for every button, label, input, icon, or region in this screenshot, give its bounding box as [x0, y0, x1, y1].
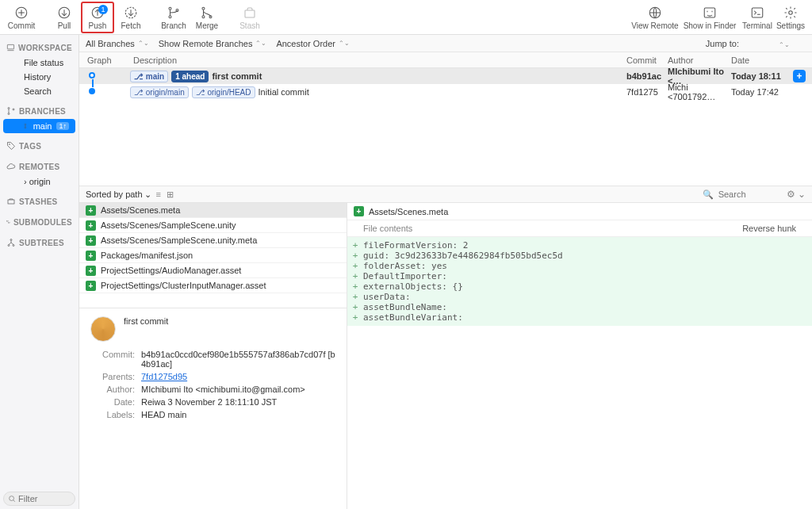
file-search-input[interactable]: [718, 189, 782, 199]
tag-icon: [6, 141, 16, 151]
commit-list: ⎇ main1 ahead first commitb4b91acMIchibu…: [79, 68, 812, 186]
push-button[interactable]: 1 Push: [81, 2, 114, 33]
added-icon: +: [86, 235, 96, 246]
jump-to-label: Jump to:⌃⌄: [706, 39, 790, 48]
commit-icon: [13, 5, 29, 21]
ref-tag[interactable]: ⎇ origin/main: [130, 86, 189, 98]
sidebar-filter-input[interactable]: [3, 492, 75, 506]
sidebar-remote-item[interactable]: › origin: [0, 174, 79, 189]
ref-tag[interactable]: ⎇ main: [130, 71, 168, 82]
settings-button[interactable]: Settings: [774, 2, 807, 33]
globe-icon: [647, 5, 663, 21]
added-icon: +: [86, 281, 96, 291]
file-item[interactable]: +Assets/Scenes/SampleScene.unity.meta: [79, 233, 347, 248]
svg-point-9: [169, 7, 171, 10]
file-item[interactable]: +ProjectSettings/ClusterInputManager.ass…: [79, 278, 347, 293]
fetch-icon: [123, 5, 139, 21]
svg-rect-15: [245, 10, 255, 17]
added-icon: +: [86, 266, 96, 276]
file-gear-icon[interactable]: ⚙︎ ⌄: [787, 189, 806, 200]
branch-icon: [24, 122, 30, 130]
merge-icon: [199, 5, 215, 21]
branch-filter-select[interactable]: All Branches⌃⌄: [86, 39, 149, 48]
push-badge: 1: [98, 5, 108, 14]
merge-button[interactable]: Merge: [190, 2, 224, 33]
commit-message: first commit: [124, 316, 168, 342]
added-icon: +: [86, 251, 96, 261]
pull-icon: [56, 5, 72, 21]
svg-point-32: [10, 239, 12, 241]
search-icon: 🔍: [703, 189, 714, 200]
file-item[interactable]: +ProjectSettings/AudioManager.asset: [79, 263, 347, 278]
file-item[interactable]: +Assets/Scenes/SampleScene.unity: [79, 218, 347, 233]
svg-rect-21: [7, 44, 13, 48]
col-graph[interactable]: Graph: [79, 55, 130, 65]
branch-icon: [166, 5, 182, 21]
sidebar-item[interactable]: Search: [0, 84, 79, 98]
sidebar-item[interactable]: History: [0, 70, 79, 84]
branch-icon: [6, 106, 16, 116]
stash-button[interactable]: Stash: [233, 2, 266, 33]
detail-parent-link[interactable]: 7fd1275d95: [141, 372, 187, 381]
col-desc[interactable]: Description: [130, 55, 626, 65]
sidebar-item[interactable]: File status: [0, 55, 79, 70]
expand-button[interactable]: +: [793, 70, 806, 82]
detail-labels: HEAD main: [141, 410, 335, 419]
fetch-button[interactable]: Fetch: [114, 2, 147, 33]
show-finder-button[interactable]: Show in Finder: [679, 2, 741, 33]
submodule-icon: [6, 217, 10, 227]
remote-filter-select[interactable]: Show Remote Branches⌃⌄: [159, 39, 267, 48]
diff-subhead-label: File contents: [363, 224, 412, 233]
sort-label[interactable]: Sorted by path: [86, 189, 143, 199]
svg-rect-29: [8, 200, 14, 204]
sidebar-workspace-head[interactable]: WORKSPACE: [0, 40, 79, 55]
detail-commit-hash: b4b91ac0ccd0cef980e1b555757af386ab7cd07f…: [141, 350, 335, 369]
sidebar-branch-main[interactable]: main 1↑: [3, 119, 75, 133]
branch-button[interactable]: Branch: [157, 2, 190, 33]
svg-rect-30: [7, 220, 9, 222]
sidebar: WORKSPACE File statusHistorySearch BRANC…: [0, 35, 79, 509]
svg-point-34: [13, 245, 14, 247]
col-date[interactable]: Date: [731, 55, 793, 65]
sidebar-remotes-head[interactable]: REMOTES: [0, 159, 79, 174]
svg-rect-31: [9, 222, 10, 224]
commit-row[interactable]: ⎇ main1 ahead first commitb4b91acMIchibu…: [79, 68, 812, 84]
svg-point-28: [10, 144, 10, 145]
col-commit[interactable]: Commit: [626, 55, 668, 65]
view-mode-icons[interactable]: ≡ ⊞: [156, 189, 175, 200]
toolbar: Commit Pull 1 Push Fetch Branch Merge St…: [0, 0, 812, 35]
svg-point-23: [8, 108, 10, 109]
ref-tag[interactable]: ⎇ origin/HEAD: [192, 86, 255, 98]
order-select[interactable]: Ancestor Order⌃⌄: [276, 39, 350, 48]
subtree-icon: [6, 238, 16, 247]
svg-point-24: [8, 113, 10, 115]
sidebar-subtrees-head[interactable]: SUBTREES: [0, 235, 79, 251]
diff-pane: + Assets/Scenes.meta File contents Rever…: [347, 203, 812, 509]
commit-details: first commit Commit:b4b91ac0ccd0cef980e1…: [79, 308, 347, 509]
stash-icon: [6, 197, 16, 206]
terminal-icon: [749, 5, 765, 21]
added-icon: +: [86, 205, 96, 216]
sidebar-tags-head[interactable]: TAGS: [0, 138, 79, 154]
file-item[interactable]: +Packages/manifest.json: [79, 248, 347, 263]
sort-bar: Sorted by path ⌄ ≡ ⊞ 🔍 ⚙︎ ⌄: [79, 186, 812, 203]
commit-list-header: Graph Description Commit Author Date: [79, 52, 812, 68]
branch-ahead-badge: 1↑: [56, 122, 69, 130]
commit-button[interactable]: Commit: [5, 2, 38, 33]
view-remote-button[interactable]: View Remote: [631, 2, 679, 33]
file-item[interactable]: +Assets/Scenes.meta: [79, 203, 347, 218]
reverse-hunk-button[interactable]: Reverse hunk: [742, 224, 796, 233]
sidebar-submodules-head[interactable]: SUBMODULES: [0, 214, 79, 230]
commit-row[interactable]: ⎇ origin/main⎇ origin/HEAD Initial commi…: [79, 84, 812, 100]
pull-button[interactable]: Pull: [48, 2, 81, 33]
terminal-button[interactable]: Terminal: [741, 2, 774, 33]
svg-point-20: [789, 10, 793, 14]
sidebar-stashes-head[interactable]: STASHES: [0, 193, 79, 209]
diff-body: +fileFormatVersion: 2+guid: 3c9d23633b7e…: [347, 237, 812, 326]
ref-tag[interactable]: 1 ahead: [171, 71, 209, 82]
finder-icon: [702, 5, 718, 21]
diff-file-name: Assets/Scenes.meta: [369, 207, 448, 216]
col-author[interactable]: Author: [668, 55, 731, 65]
svg-point-26: [25, 124, 26, 125]
sidebar-branches-head[interactable]: BRANCHES: [0, 103, 79, 119]
